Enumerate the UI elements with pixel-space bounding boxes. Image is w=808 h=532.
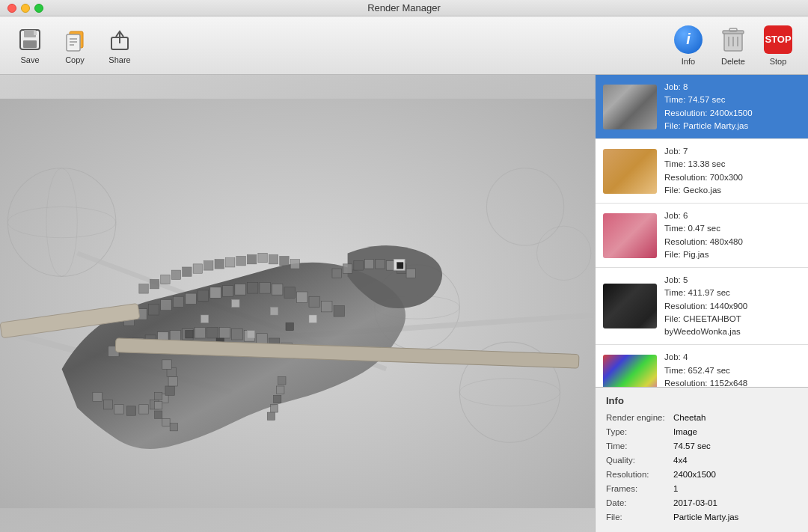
svg-rect-108 bbox=[154, 411, 162, 418]
job-item-5[interactable]: Job: 5Time: 411.97 secResolution: 1440x9… bbox=[596, 268, 808, 345]
svg-rect-94 bbox=[376, 260, 385, 269]
svg-rect-3 bbox=[34, 31, 37, 35]
job-item-6[interactable]: Job: 6Time: 0.47 secResolution: 480x480F… bbox=[596, 204, 808, 268]
file-value: Particle Marty.jas bbox=[673, 510, 738, 525]
close-button[interactable] bbox=[7, 4, 16, 13]
svg-rect-114 bbox=[270, 405, 278, 412]
chameleon-preview bbox=[0, 75, 595, 532]
job-item-7[interactable]: Job: 7Time: 13.38 secResolution: 700x300… bbox=[596, 139, 808, 204]
svg-rect-100 bbox=[201, 315, 208, 322]
svg-rect-87 bbox=[168, 377, 177, 386]
svg-rect-83 bbox=[139, 405, 148, 414]
svg-rect-101 bbox=[309, 315, 316, 322]
svg-rect-117 bbox=[397, 263, 403, 269]
render-engine-key: Render engine: bbox=[606, 411, 673, 425]
save-button[interactable]: Save bbox=[7, 21, 52, 70]
minimize-button[interactable] bbox=[21, 4, 30, 13]
svg-rect-97 bbox=[406, 269, 415, 278]
date-key: Date: bbox=[606, 496, 673, 510]
share-button[interactable]: Share bbox=[97, 21, 142, 70]
svg-rect-102 bbox=[247, 331, 254, 338]
info-row-engine: Render engine: Cheetah bbox=[606, 411, 798, 425]
title-bar: Render Manager bbox=[0, 0, 808, 16]
job-list[interactable]: Job: 8Time: 74.57 secResolution: 2400x15… bbox=[596, 75, 808, 388]
svg-rect-105 bbox=[286, 322, 293, 330]
svg-rect-71 bbox=[207, 328, 218, 338]
svg-rect-106 bbox=[154, 392, 162, 400]
svg-rect-99 bbox=[270, 308, 278, 315]
svg-rect-32 bbox=[161, 275, 170, 284]
job-item-8[interactable]: Job: 8Time: 74.57 secResolution: 2400x15… bbox=[596, 75, 808, 139]
svg-rect-111 bbox=[278, 377, 286, 385]
delete-button[interactable]: Delete bbox=[711, 21, 756, 70]
job-info-8: Job: 8Time: 74.57 secResolution: 2400x15… bbox=[664, 81, 801, 132]
svg-rect-58 bbox=[284, 287, 295, 298]
info-row-date: Date: 2017-03-01 bbox=[606, 496, 798, 510]
svg-rect-55 bbox=[247, 283, 257, 293]
svg-rect-61 bbox=[322, 301, 332, 311]
svg-rect-109 bbox=[162, 418, 170, 426]
job-info-7: Job: 7Time: 13.38 secResolution: 700x300… bbox=[664, 145, 801, 197]
svg-rect-75 bbox=[257, 334, 267, 344]
type-value: Image bbox=[673, 425, 697, 439]
stop-label: Stop bbox=[770, 57, 787, 66]
job-thumbnail-6 bbox=[603, 213, 657, 258]
frames-key: Frames: bbox=[606, 482, 673, 496]
svg-rect-35 bbox=[193, 264, 202, 273]
svg-rect-13 bbox=[729, 28, 737, 31]
svg-rect-50 bbox=[186, 293, 196, 304]
svg-rect-39 bbox=[236, 257, 245, 266]
svg-rect-73 bbox=[232, 329, 242, 340]
svg-rect-51 bbox=[198, 290, 208, 301]
job-info-6: Job: 6Time: 0.47 secResolution: 480x480F… bbox=[664, 210, 801, 261]
svg-rect-47 bbox=[148, 305, 159, 315]
svg-rect-90 bbox=[332, 269, 341, 278]
main-content: Job: 8Time: 74.57 secResolution: 2400x15… bbox=[0, 75, 808, 532]
svg-rect-89 bbox=[162, 360, 171, 369]
quality-key: Quality: bbox=[606, 453, 673, 468]
copy-button[interactable]: Copy bbox=[52, 21, 97, 70]
job-item-4[interactable]: Job: 4Time: 652.47 secResolution: 1152x6… bbox=[596, 345, 808, 388]
job-thumbnail-4 bbox=[603, 355, 657, 388]
info-label: Info bbox=[682, 57, 695, 66]
info-panel-title: Info bbox=[606, 395, 798, 406]
time-key: Time: bbox=[606, 439, 673, 453]
job-info-4: Job: 4Time: 652.47 secResolution: 1152x6… bbox=[664, 351, 801, 388]
svg-rect-36 bbox=[204, 261, 213, 270]
info-row-resolution: Resolution: 2400x1500 bbox=[606, 468, 798, 482]
save-label: Save bbox=[20, 55, 39, 64]
svg-rect-86 bbox=[165, 386, 174, 395]
maximize-button[interactable] bbox=[34, 4, 43, 13]
svg-rect-82 bbox=[126, 406, 135, 415]
svg-rect-30 bbox=[139, 284, 148, 293]
info-row-time: Time: 74.57 sec bbox=[606, 439, 798, 453]
info-button[interactable]: i Info bbox=[666, 21, 711, 70]
svg-rect-2 bbox=[23, 40, 37, 48]
info-row-quality: Quality: 4x4 bbox=[606, 453, 798, 468]
quality-value: 4x4 bbox=[673, 453, 688, 468]
svg-rect-112 bbox=[277, 386, 284, 394]
svg-rect-91 bbox=[343, 264, 352, 273]
svg-rect-110 bbox=[170, 424, 177, 431]
svg-rect-43 bbox=[280, 257, 289, 266]
stop-button[interactable]: STOP Stop bbox=[756, 21, 801, 70]
job-info-5: Job: 5Time: 411.97 secResolution: 1440x9… bbox=[664, 274, 801, 338]
svg-rect-80 bbox=[103, 400, 112, 409]
type-key: Type: bbox=[606, 425, 673, 439]
svg-rect-56 bbox=[260, 283, 270, 293]
svg-rect-81 bbox=[114, 405, 123, 414]
svg-rect-37 bbox=[215, 260, 224, 269]
render-engine-value: Cheetah bbox=[673, 411, 706, 425]
svg-rect-48 bbox=[161, 299, 171, 310]
svg-rect-49 bbox=[173, 296, 183, 307]
delete-label: Delete bbox=[721, 57, 745, 66]
job-thumbnail-8 bbox=[603, 85, 657, 129]
svg-rect-38 bbox=[225, 258, 234, 267]
svg-rect-72 bbox=[219, 328, 230, 338]
info-icon: i bbox=[674, 25, 703, 54]
share-icon bbox=[107, 27, 132, 52]
svg-rect-92 bbox=[354, 261, 363, 270]
svg-rect-60 bbox=[309, 296, 319, 307]
share-label: Share bbox=[108, 55, 130, 64]
svg-rect-59 bbox=[296, 292, 307, 302]
